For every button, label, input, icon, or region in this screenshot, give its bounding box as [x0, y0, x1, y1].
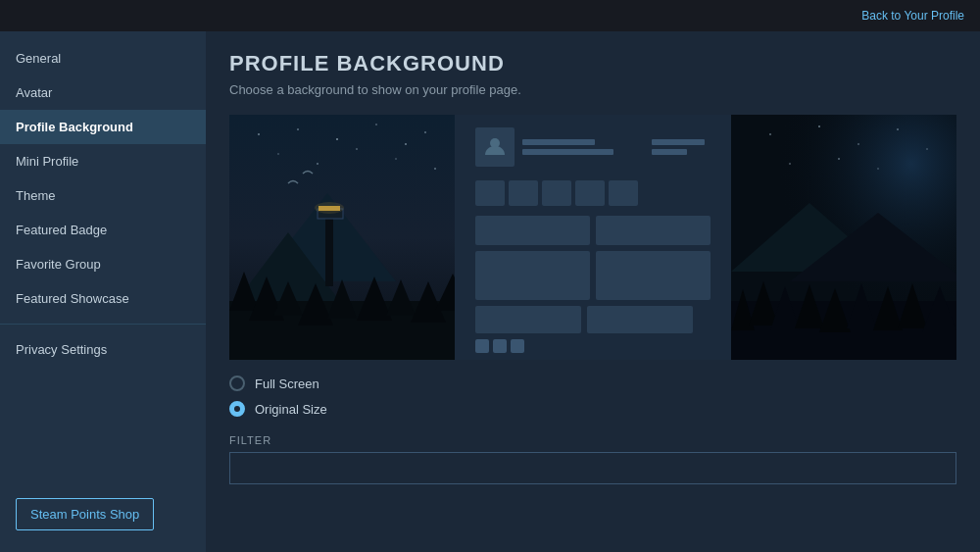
fullscreen-radio[interactable] [229, 376, 245, 391]
filter-label: FILTER [229, 434, 956, 446]
mock-block [475, 251, 590, 300]
sidebar-item-general[interactable]: General [0, 41, 206, 75]
options-row: Full Screen Original Size [229, 376, 956, 417]
top-bar: Back to Your Profile [0, 0, 980, 31]
svg-marker-23 [357, 276, 392, 321]
svg-point-4 [405, 143, 407, 145]
svg-point-8 [356, 148, 358, 150]
svg-point-16 [315, 202, 344, 214]
mock-block [475, 306, 581, 333]
original-size-option[interactable]: Original Size [229, 401, 956, 417]
fullscreen-option[interactable]: Full Screen [229, 376, 956, 391]
sidebar-bottom: Steam Points Shop [0, 486, 206, 542]
mock-icon-row [475, 339, 524, 353]
mock-section [475, 306, 710, 333]
points-shop-button[interactable]: Steam Points Shop [16, 498, 154, 530]
sidebar-item-theme[interactable]: Theme [0, 178, 206, 213]
page-subtitle: Choose a background to show on your prof… [229, 82, 956, 97]
svg-point-0 [258, 133, 260, 135]
mock-line [522, 139, 595, 145]
mock-badge [609, 180, 638, 206]
mock-badges [475, 180, 710, 206]
right-scene [731, 115, 956, 360]
mock-line [652, 149, 687, 155]
svg-point-10 [434, 168, 436, 170]
main-layout: General Avatar Profile Background Mini P… [0, 31, 980, 552]
svg-rect-13 [325, 213, 333, 286]
mock-section [475, 251, 710, 300]
filter-section: FILTER [229, 434, 956, 484]
svg-marker-26 [435, 274, 455, 311]
mock-icon [475, 339, 489, 353]
mock-block [596, 216, 710, 245]
sidebar-item-favorite-group[interactable]: Favorite Group [0, 247, 206, 281]
stars-svg [229, 115, 455, 360]
svg-point-9 [395, 158, 397, 160]
svg-point-2 [336, 138, 338, 140]
preview-right-panel [731, 115, 956, 360]
svg-point-34 [926, 148, 928, 150]
svg-point-5 [424, 131, 426, 133]
preview-center-panel [455, 115, 731, 360]
sidebar-item-featured-showcase[interactable]: Featured Showcase [0, 281, 206, 316]
svg-marker-24 [386, 279, 416, 316]
mock-text-lines [522, 139, 644, 155]
mock-icon [511, 339, 524, 353]
svg-point-3 [375, 124, 377, 125]
mock-badge [575, 180, 605, 206]
original-size-label: Original Size [255, 402, 327, 417]
svg-point-33 [897, 128, 899, 130]
sidebar-item-featured-badge[interactable]: Featured Badge [0, 213, 206, 247]
background-preview [229, 115, 956, 360]
svg-point-35 [789, 163, 791, 165]
svg-point-6 [277, 153, 279, 155]
page-title: PROFILE BACKGROUND [229, 51, 956, 76]
svg-point-30 [769, 133, 771, 135]
svg-point-31 [818, 125, 820, 127]
back-to-profile-link[interactable]: Back to Your Profile [861, 9, 964, 23]
mock-badge [509, 180, 538, 206]
mock-block [475, 216, 590, 245]
mock-icon [493, 339, 507, 353]
tower-scene [229, 115, 455, 360]
svg-point-7 [317, 163, 318, 165]
sidebar-item-privacy-settings[interactable]: Privacy Settings [0, 332, 206, 367]
mock-avatar [475, 127, 514, 167]
mock-bottom [475, 339, 710, 353]
fullscreen-label: Full Screen [255, 376, 319, 391]
mock-block [587, 306, 693, 333]
sidebar-divider [0, 324, 206, 325]
preview-left-panel [229, 115, 455, 360]
mock-block [596, 251, 710, 300]
right-scene-svg [731, 115, 956, 360]
sidebar: General Avatar Profile Background Mini P… [0, 31, 206, 552]
mock-section [475, 216, 710, 245]
svg-point-32 [858, 143, 859, 145]
mock-header [475, 127, 710, 167]
sidebar-item-avatar[interactable]: Avatar [0, 75, 206, 110]
mock-badge [542, 180, 571, 206]
profile-mockup [475, 127, 710, 348]
svg-point-36 [838, 158, 840, 160]
mock-badge [475, 180, 505, 206]
sidebar-item-profile-background[interactable]: Profile Background [0, 110, 206, 144]
svg-point-1 [297, 128, 299, 130]
sidebar-item-mini-profile[interactable]: Mini Profile [0, 144, 206, 178]
original-size-radio[interactable] [229, 401, 245, 417]
filter-input[interactable] [229, 452, 956, 484]
mock-line [522, 149, 613, 155]
mock-line [652, 139, 705, 145]
svg-point-37 [877, 168, 879, 170]
content-area: PROFILE BACKGROUND Choose a background t… [206, 31, 980, 552]
